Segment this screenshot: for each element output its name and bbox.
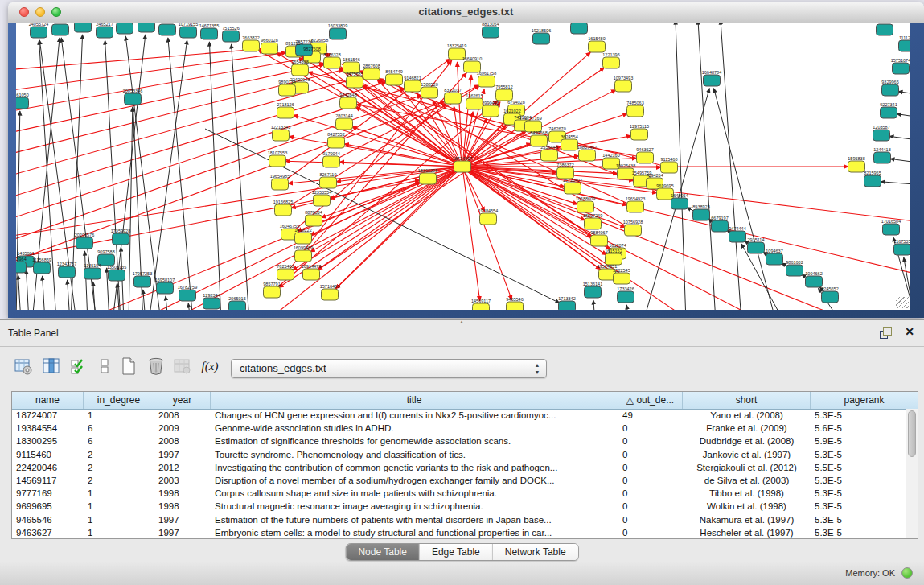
graph-edge[interactable]: [889, 136, 910, 142]
graph-node[interactable]: [541, 150, 558, 161]
graph-edge[interactable]: [125, 36, 161, 310]
network-graph[interactable]: 1872400776638229660128891295418226058982…: [16, 23, 910, 310]
graph-node[interactable]: [125, 93, 142, 105]
graph-node[interactable]: [324, 57, 341, 68]
resize-grip[interactable]: [896, 297, 909, 308]
graph-node[interactable]: [882, 84, 899, 96]
graph-node[interactable]: [277, 269, 294, 280]
show-column-icon[interactable]: [41, 356, 62, 377]
graph-node[interactable]: [894, 244, 911, 255]
graph-edge[interactable]: [129, 107, 133, 310]
graph-node[interactable]: [591, 235, 608, 246]
table-row[interactable]: 1456911722003Disruption of a novel membe…: [12, 474, 906, 487]
window-titlebar[interactable]: citations_edges.txt: [8, 2, 924, 23]
graph-node[interactable]: [848, 161, 865, 172]
graph-node[interactable]: [454, 161, 471, 172]
graph-node[interactable]: [877, 24, 893, 35]
graph-node[interactable]: [279, 84, 296, 96]
graph-node[interactable]: [483, 105, 499, 117]
graph-node[interactable]: [712, 220, 729, 232]
graph-node[interactable]: [704, 75, 721, 86]
table-row[interactable]: 2242004622012Investigating the contribut…: [12, 461, 906, 474]
graph-node[interactable]: [822, 291, 839, 303]
graph-node[interactable]: [661, 162, 678, 173]
column-header-pagerank[interactable]: pagerank: [811, 392, 918, 409]
delete-columns-icon[interactable]: [146, 356, 166, 377]
graph-node[interactable]: [336, 118, 353, 130]
graph-node[interactable]: [201, 28, 218, 39]
graph-node[interactable]: [618, 291, 634, 303]
graph-node[interactable]: [473, 303, 490, 310]
graph-node[interactable]: [117, 23, 133, 34]
graph-node[interactable]: [614, 273, 630, 284]
scrollbar-thumb[interactable]: [908, 410, 916, 457]
graph-node[interactable]: [786, 265, 803, 276]
table-row[interactable]: 946554611997Estimation of the future num…: [12, 513, 906, 526]
graph-node[interactable]: [589, 41, 606, 52]
graph-edge[interactable]: [68, 280, 70, 310]
graph-edge[interactable]: [18, 275, 21, 310]
graph-node[interactable]: [179, 290, 196, 301]
graph-node[interactable]: [899, 40, 911, 51]
graph-edge[interactable]: [890, 159, 910, 164]
graph-node[interactable]: [585, 286, 602, 298]
graph-node[interactable]: [261, 43, 278, 54]
graph-node[interactable]: [272, 179, 289, 190]
graph-node[interactable]: [320, 177, 337, 188]
graph-node[interactable]: [273, 130, 290, 141]
graph-node[interactable]: [295, 233, 312, 244]
graph-node[interactable]: [478, 76, 495, 87]
column-header-out_degree[interactable]: △ out_de...: [618, 392, 683, 409]
graph-node[interactable]: [16, 262, 27, 273]
graph-edge[interactable]: [169, 167, 462, 310]
graph-edge[interactable]: [43, 276, 45, 310]
graph-node[interactable]: [671, 198, 688, 209]
network-canvas[interactable]: 1872400776638229660128891295418226058982…: [16, 23, 910, 310]
graph-edge[interactable]: [16, 111, 20, 310]
graph-node[interactable]: [97, 27, 113, 38]
graph-node[interactable]: [138, 23, 155, 32]
graph-node[interactable]: [303, 269, 320, 280]
graph-edge[interactable]: [881, 182, 910, 185]
graph-node[interactable]: [203, 298, 220, 309]
graph-node[interactable]: [579, 150, 596, 161]
graph-edge[interactable]: [462, 167, 910, 282]
graph-node[interactable]: [507, 302, 524, 310]
graph-node[interactable]: [561, 139, 578, 150]
graph-edge[interactable]: [188, 303, 191, 310]
graph-node[interactable]: [559, 301, 576, 310]
graph-node[interactable]: [693, 209, 710, 220]
graph-node[interactable]: [405, 80, 421, 92]
graph-node[interactable]: [420, 173, 437, 184]
graph-node[interactable]: [864, 175, 881, 187]
graph-node[interactable]: [330, 28, 347, 39]
graph-edge[interactable]: [232, 44, 249, 310]
graph-node[interactable]: [873, 130, 890, 141]
graph-node[interactable]: [881, 107, 897, 118]
graph-node[interactable]: [275, 204, 292, 216]
function-builder-icon[interactable]: f(x): [199, 356, 220, 377]
graph-node[interactable]: [76, 237, 93, 249]
graph-node[interactable]: [874, 152, 891, 163]
graph-node[interactable]: [306, 215, 322, 226]
table-row[interactable]: 977716911998Corpus callosum shape and si…: [12, 487, 906, 500]
table-row[interactable]: 946362711997Embryonic stem cells: a mode…: [12, 526, 906, 538]
graph-node[interactable]: [134, 276, 151, 287]
graph-edge[interactable]: [209, 42, 221, 310]
graph-node[interactable]: [533, 33, 550, 44]
graph-node[interactable]: [571, 23, 588, 34]
graph-edge[interactable]: [898, 92, 910, 97]
graph-node[interactable]: [269, 155, 286, 167]
graph-node[interactable]: [637, 152, 654, 163]
graph-node[interactable]: [159, 24, 176, 35]
column-header-name[interactable]: name: [12, 392, 84, 409]
graph-node[interactable]: [615, 80, 632, 92]
graph-node[interactable]: [157, 282, 174, 294]
graph-edge[interactable]: [897, 113, 910, 119]
graph-node[interactable]: [363, 68, 380, 80]
graph-node[interactable]: [323, 156, 340, 167]
tab-node-table[interactable]: Node Table: [346, 544, 419, 560]
graph-edge[interactable]: [714, 89, 776, 310]
table-row[interactable]: 1872400712008Changes of HCN gene express…: [12, 409, 906, 422]
graph-node[interactable]: [483, 27, 499, 38]
